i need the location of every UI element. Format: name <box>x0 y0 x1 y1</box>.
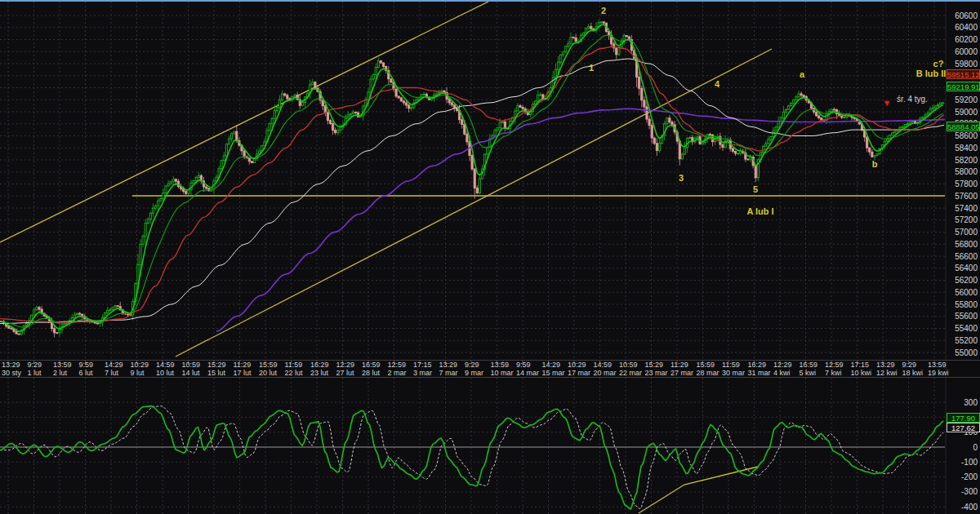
time-axis-date-label: 3 mar <box>413 369 432 377</box>
time-axis-date-label: 10 mar <box>491 369 514 377</box>
time-axis-date-label: 27 lut <box>336 369 355 377</box>
wave-label-1: 1 <box>589 63 594 73</box>
wave-label-b: b <box>872 159 878 169</box>
time-axis-date-label: 23 lut <box>310 369 329 377</box>
wave-label-5: 5 <box>753 184 758 194</box>
price-axis-label: 55000 <box>955 348 978 357</box>
time-axis-date-label: 9 mar <box>465 369 483 377</box>
price-axis-label: 58400 <box>955 144 978 153</box>
time-axis-date-label: 7 lut <box>105 369 119 377</box>
time-axis-time-label: 16:29 <box>748 361 767 369</box>
price-axis-label: 58600 <box>955 131 978 140</box>
price-axis-label: 60000 <box>955 47 978 56</box>
trading-chart-window[interactable]: 6060060400602006000059800596005940059200… <box>0 0 980 514</box>
time-axis-date-label: 17 lut <box>234 369 252 377</box>
price-marker-red[interactable]: 59515.12 <box>947 69 980 79</box>
time-axis-time-label: 16:59 <box>362 361 381 369</box>
wave-label-A-lub-I: A lub I <box>746 206 773 216</box>
time-axis-time-label: 9:29 <box>465 361 479 369</box>
time-axis-time-label: 15:29 <box>645 361 664 369</box>
price-axis-label: 58200 <box>955 156 978 165</box>
price-axis-label: 59800 <box>955 60 978 69</box>
time-axis-date-label: 5 kwi <box>800 369 817 377</box>
oscillator-axis-label: -400 <box>961 503 978 512</box>
time-axis-time-label: 11:29 <box>234 361 252 369</box>
oscillator-axis-label: -200 <box>961 472 978 481</box>
time-axis-time-label: 14:29 <box>542 361 561 369</box>
price-axis-label: 55400 <box>955 324 978 333</box>
oscillator-signal-marker[interactable]: 127.62 <box>947 423 980 432</box>
price-chart-svg[interactable]: 6060060400602006000059800596005940059200… <box>0 0 980 514</box>
time-axis-date-label: 9 lut <box>131 369 145 377</box>
time-axis-time-label: 16:29 <box>310 361 329 369</box>
time-axis-date-label: 18 kwi <box>902 369 924 377</box>
price-axis-label: 56600 <box>955 252 978 261</box>
time-axis-time-label: 13:59 <box>53 361 72 369</box>
time-axis-date-label: 20 mar <box>594 369 617 377</box>
price-axis-label: 57200 <box>955 215 978 224</box>
wave-label-a: a <box>800 69 804 79</box>
time-axis-date-label: 2 mar <box>388 369 407 377</box>
trendlines <box>0 2 945 357</box>
time-axis-date-label: 27 mar <box>670 369 693 377</box>
price-axis-label: 59200 <box>955 95 978 104</box>
price-axis-label: 60600 <box>955 11 978 20</box>
wave-label-3: 3 <box>679 173 684 183</box>
time-axis-date-label: 28 mar <box>697 369 719 377</box>
time-axis-date-label: 7 mar <box>439 369 458 377</box>
price-axis-label: 60200 <box>955 35 978 44</box>
time-axis-time-label: 13:59 <box>928 361 947 369</box>
time-axis-time-label: 14:59 <box>594 361 612 369</box>
time-axis-date-label: 2 lut <box>53 369 68 377</box>
time-axis-time-label: 16:59 <box>800 361 818 369</box>
time-axis-time-label: 9:59 <box>516 361 531 369</box>
time-axis-date-label: 17 mar <box>568 369 590 377</box>
price-axis-label: 55800 <box>955 300 978 309</box>
time-axis-date-label: 14 mar <box>516 369 539 377</box>
time-axis-date-label: 22 mar <box>619 369 642 377</box>
time-axis-time-label: 14:29 <box>105 361 123 369</box>
price-axis-label: 56400 <box>955 264 978 273</box>
time-axis-date-label: 19 kwi <box>928 369 949 377</box>
price-marker-bid[interactable]: 59219.91 <box>947 82 980 91</box>
oscillator-value-marker[interactable]: 177.90 <box>947 413 980 423</box>
time-axis-time-label: 9:29 <box>28 361 42 369</box>
time-axis-time-label: 15:59 <box>259 361 278 369</box>
time-axis-date-label: 28 lut <box>362 369 381 377</box>
time-axis-date-label: 4 kwi <box>773 369 791 377</box>
time-axis-time-label: 11:29 <box>670 361 688 369</box>
wave-label-c: c? <box>933 59 944 69</box>
time-axis-time-label: 17:15 <box>851 361 870 369</box>
time-axis-date-label: 12 kwi <box>876 369 898 377</box>
time-axis-date-label: 15 lut <box>207 369 226 377</box>
time-axis-date-label: 6 lut <box>79 369 94 377</box>
oscillator-axis-label: 0 <box>973 443 978 452</box>
price-axis-label: 56200 <box>955 276 978 285</box>
time-axis-time-label: 12:59 <box>825 361 844 369</box>
oscillator-axis-label: -100 <box>961 458 978 467</box>
wave-label-B-lub-II: B lub II <box>916 69 947 78</box>
price-axis-label: 57600 <box>955 192 978 201</box>
price-axis-label: 58000 <box>955 167 978 176</box>
time-axis-time-label: 10:59 <box>619 361 638 369</box>
price-marker-last[interactable]: 58884.05 <box>947 122 980 131</box>
time-axis-time-label: 14:59 <box>156 361 175 369</box>
time-axis-date-label: 30 sty <box>2 369 22 377</box>
time-axis-time-label: 12:29 <box>336 361 355 369</box>
price-axis-label: 56800 <box>955 240 978 249</box>
time-axis-time-label: 10:29 <box>568 361 586 369</box>
time-axis-time-label: 13:59 <box>491 361 510 369</box>
time-axis-time-label: 10:59 <box>182 361 201 369</box>
time-axis-date-label: 31 mar <box>748 369 771 377</box>
time-axis-date-label: 30 mar <box>722 369 745 377</box>
candlesticks <box>0 20 943 337</box>
time-axis-time-label: 11:59 <box>722 361 740 369</box>
time-axis-date-label: 14 lut <box>182 369 201 377</box>
time-axis-time-label: 9:29 <box>902 361 917 369</box>
price-axis-label: 57800 <box>955 179 978 188</box>
time-axis-time-label: 15:29 <box>207 361 226 369</box>
time-axis-date-label: 10 kwi <box>851 369 872 377</box>
down-arrow-icon: ▼ <box>883 98 892 108</box>
time-axis-date-label: 22 lut <box>285 369 304 377</box>
price-axis-label: 56000 <box>955 288 978 297</box>
